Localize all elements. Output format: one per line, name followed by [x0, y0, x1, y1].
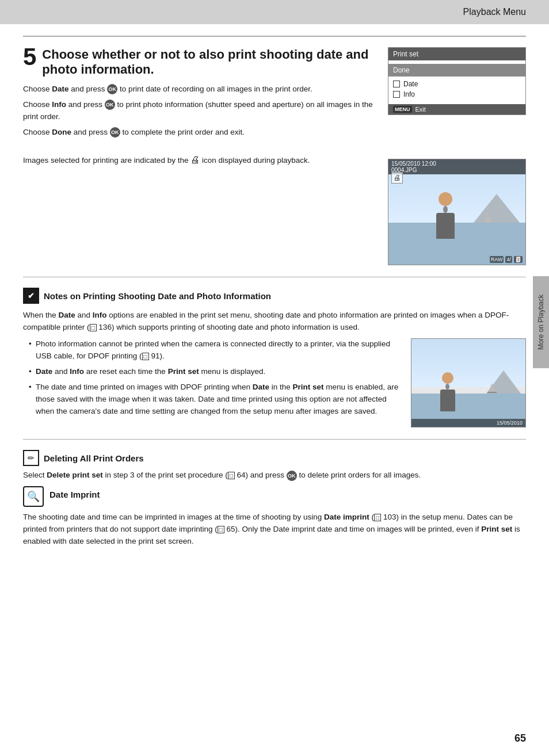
step5-heading: 5 Choose whether or not to also print sh… [23, 47, 376, 78]
ps-option-info: Info [393, 90, 521, 98]
ps-checkbox-info [393, 91, 400, 98]
note-checkmark-icon: ✔ [23, 288, 39, 304]
ok-icon-1: OK [107, 84, 117, 94]
pb-head [439, 192, 452, 206]
page-number: 65 [514, 732, 526, 744]
playback-image-box: 15/05/2010 12:00 0004.JPG 🖨 RAW 4/ 🃏 [388, 159, 526, 265]
ps-footer: MENU Exit [388, 104, 525, 114]
date-imprint-body: The shooting date and time can be imprin… [23, 511, 526, 548]
bottom-note-left: Photo information cannot be printed when… [23, 338, 399, 427]
bullet-item-1: Photo information cannot be printed when… [29, 338, 399, 362]
step5-section: 5 Choose whether or not to also print sh… [23, 47, 526, 142]
ps-checkbox-date [393, 81, 400, 87]
bottom-note-right: 15/05/2010 [411, 338, 526, 427]
bottom-note-section: Photo information cannot be printed when… [23, 338, 526, 427]
ref-65: □ [218, 526, 224, 533]
image2-box: 15/05/2010 [411, 338, 526, 427]
bullet-list: Photo information cannot be printed when… [23, 338, 399, 418]
ok-icon-3: OK [110, 127, 120, 138]
note-heading: ✔ Notes on Printing Shooting Date and Ph… [23, 288, 526, 304]
step5-number: 5 [23, 45, 36, 69]
side-tab-label: More on Playback [537, 295, 545, 350]
deleting-heading: ✏ Deleting All Print Orders [23, 450, 526, 466]
deleting-body: Select Delete print set in step 3 of the… [23, 469, 526, 482]
section-divider-1 [23, 277, 526, 277]
note-body: When the Date and Info options are enabl… [23, 310, 526, 334]
step5-body: Choose Date and press OK to print date o… [23, 83, 376, 139]
step5-title: Choose whether or not to also print shoo… [42, 47, 376, 78]
ref-136: □ [90, 324, 97, 331]
page-title: Playback Menu [463, 7, 526, 17]
pb-body [436, 213, 455, 239]
img2-bottom-bar: 15/05/2010 [411, 419, 525, 427]
note-title: Notes on Printing Shooting Date and Phot… [44, 291, 271, 301]
step5-para3: Choose Done and press OK to complete the… [23, 127, 376, 139]
img2-sailboat [487, 383, 497, 393]
menu-btn-icon: MENU [393, 106, 412, 113]
top-divider [23, 36, 526, 37]
ps-done-row: Done [388, 64, 525, 77]
ok-icon-2: OK [105, 100, 115, 110]
date-imprint-heading-row: 🔍 Date Imprint [23, 486, 526, 507]
pencil-icon: ✏ [23, 450, 39, 466]
pb-card-icon: 🃏 [514, 256, 523, 263]
print-set-ui: Print set Done Date Info MENU Exit [388, 47, 526, 115]
bullet-item-3: The date and time printed on images with… [29, 381, 399, 418]
bullet-item-2: Date and Info are reset each time the Pr… [29, 366, 399, 378]
ref-103: □ [374, 514, 381, 521]
pb-battery-icon: 4/ [505, 256, 512, 263]
img2-person [440, 372, 455, 411]
page-header: Playback Menu [0, 0, 549, 24]
ref-91: □ [142, 353, 149, 360]
pb-info-line1: 15/05/2010 12:00 [391, 161, 523, 167]
pb-person [429, 192, 461, 244]
step5-para2: Choose Info and press OK to print photo … [23, 99, 376, 123]
date-imprint-title: Date Imprint [49, 490, 100, 499]
pb-info-bar: 15/05/2010 12:00 0004.JPG [388, 159, 525, 174]
deleting-title: Deleting All Print Orders [44, 453, 144, 463]
playback-image-area: 15/05/2010 12:00 0004.JPG 🖨 RAW 4/ 🃏 [388, 153, 526, 265]
step5-para1: Choose Date and press OK to print date o… [23, 83, 376, 96]
print-indicator-icon: 🖨 [190, 155, 200, 165]
pb-quality-icon: RAW [490, 256, 504, 263]
pb-icons-bottom: RAW 4/ 🃏 [490, 256, 523, 263]
images-selected-text-area: Images selected for printing are indicat… [23, 153, 376, 167]
pb-mountain [474, 194, 520, 223]
ps-label-info: Info [403, 90, 415, 98]
ref-64: □ [228, 472, 235, 479]
pb-info-line2: 0004.JPG [391, 167, 523, 173]
date-imprint-icon: 🔍 [23, 486, 44, 507]
side-tab: More on Playback [533, 276, 549, 368]
notes-section: ✔ Notes on Printing Shooting Date and Ph… [23, 288, 526, 427]
deleting-section: ✏ Deleting All Print Orders Select Delet… [23, 450, 526, 482]
images-selected-text: Images selected for printing are indicat… [23, 153, 376, 167]
step5-left: 5 Choose whether or not to also print sh… [23, 47, 376, 142]
ps-option-date: Date [393, 80, 521, 88]
section-divider-2 [23, 439, 526, 440]
pb-print-icon: 🖨 [391, 172, 403, 184]
main-content: 5 Choose whether or not to also print sh… [0, 24, 549, 564]
ps-options: Date Info [388, 77, 525, 104]
step5-right: Print set Done Date Info MENU Exit [388, 47, 526, 142]
ps-header: Print set [388, 48, 525, 60]
ok-icon-4: OK [287, 471, 297, 481]
ps-footer-label: Exit [415, 106, 426, 113]
ps-label-date: Date [403, 80, 418, 88]
